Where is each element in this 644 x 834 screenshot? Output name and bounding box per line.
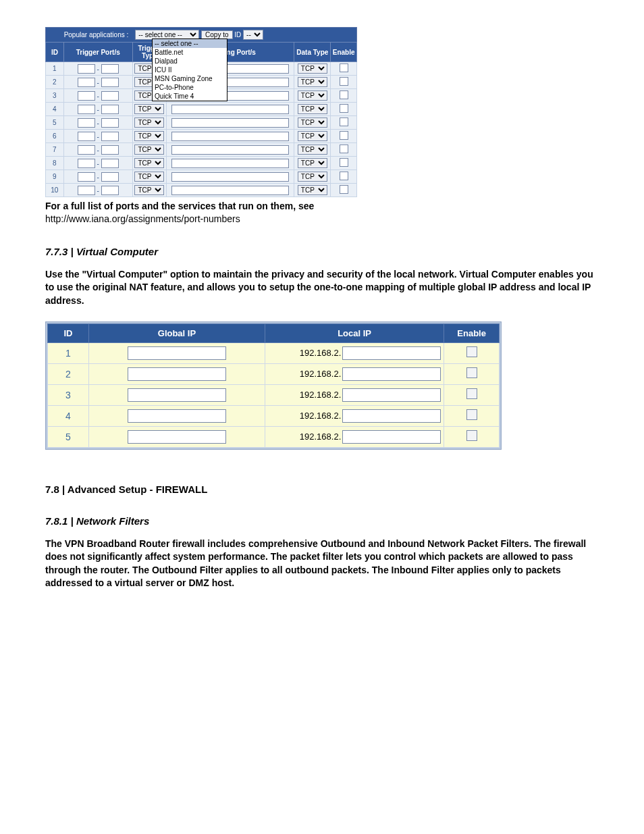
- trigger-port-from[interactable]: [78, 145, 95, 155]
- incoming-port-input[interactable]: [171, 159, 289, 168]
- local-ip-input[interactable]: [342, 388, 441, 402]
- data-type-select[interactable]: TCP: [298, 118, 327, 128]
- incoming-port-input[interactable]: [171, 172, 289, 182]
- trigger-port-from[interactable]: [78, 64, 95, 74]
- enable-checkbox[interactable]: [340, 145, 348, 153]
- copy-to-id-select[interactable]: --: [243, 30, 263, 40]
- incoming-port-cell: [167, 103, 294, 116]
- enable-checkbox[interactable]: [466, 409, 477, 420]
- dropdown-option[interactable]: MSN Gaming Zone: [153, 74, 227, 83]
- vc-local-cell: 192.168.2.: [265, 363, 444, 384]
- trigger-port-cell: -: [63, 89, 132, 103]
- incoming-port-input[interactable]: [171, 145, 289, 155]
- trigger-type-select[interactable]: TCP: [134, 104, 164, 114]
- table-row: 9 - TCPTCP: [46, 170, 357, 184]
- trigger-port-to[interactable]: [101, 186, 119, 195]
- incoming-port-input[interactable]: [171, 132, 289, 141]
- vc-row-id: 5: [48, 426, 89, 447]
- trigger-port-from[interactable]: [78, 91, 95, 101]
- popular-apps-dropdown-open[interactable]: -- select one -- Battle.net Dialpad ICU …: [152, 38, 227, 101]
- trigger-port-from[interactable]: [78, 118, 95, 128]
- global-ip-input[interactable]: [128, 367, 226, 381]
- col-trigger-port: Trigger Port/s: [63, 43, 132, 62]
- trigger-port-from[interactable]: [78, 159, 95, 168]
- trigger-type-select[interactable]: TCP: [134, 185, 164, 195]
- enable-checkbox[interactable]: [340, 63, 348, 72]
- incoming-port-cell: [167, 130, 294, 143]
- incoming-port-input[interactable]: [171, 105, 289, 114]
- local-ip-input[interactable]: [342, 430, 441, 444]
- enable-cell: [331, 143, 357, 157]
- enable-checkbox[interactable]: [340, 172, 348, 180]
- enable-checkbox[interactable]: [340, 131, 348, 140]
- trigger-port-from[interactable]: [78, 186, 95, 195]
- data-type-select[interactable]: TCP: [298, 131, 327, 141]
- enable-checkbox[interactable]: [466, 388, 477, 399]
- local-ip-input[interactable]: [342, 409, 441, 423]
- dropdown-option[interactable]: Battle.net: [153, 48, 227, 57]
- global-ip-input[interactable]: [128, 346, 226, 360]
- ports-note: For a full list of ports and the service…: [45, 200, 599, 226]
- table-row: 10 - TCPTCP: [46, 184, 357, 197]
- trigger-port-to[interactable]: [101, 159, 119, 168]
- enable-checkbox[interactable]: [340, 104, 348, 113]
- trigger-port-from[interactable]: [78, 105, 95, 114]
- data-type-select[interactable]: TCP: [298, 63, 327, 74]
- data-type-select[interactable]: TCP: [298, 172, 327, 182]
- data-type-select[interactable]: TCP: [298, 104, 327, 114]
- vc-local-cell: 192.168.2.: [265, 405, 444, 426]
- local-ip-input[interactable]: [342, 367, 441, 381]
- enable-checkbox[interactable]: [340, 118, 348, 126]
- trigger-port-to[interactable]: [101, 132, 119, 141]
- trigger-port-from[interactable]: [78, 132, 95, 141]
- enable-checkbox[interactable]: [340, 77, 348, 86]
- section-virtual-computer: 7.7.3 | Virtual Computer: [45, 246, 599, 257]
- table-row: 7 - TCPTCP: [46, 143, 357, 157]
- vc-global-cell: [89, 342, 265, 363]
- data-type-cell: TCP: [294, 76, 331, 89]
- data-type-select[interactable]: TCP: [298, 145, 327, 155]
- local-ip-prefix: 192.168.2.: [300, 369, 341, 379]
- enable-checkbox[interactable]: [340, 158, 348, 167]
- enable-checkbox[interactable]: [340, 185, 348, 194]
- popular-apps-label: Popular applications :: [46, 28, 133, 43]
- enable-checkbox[interactable]: [466, 346, 477, 357]
- enable-checkbox[interactable]: [466, 430, 477, 441]
- dropdown-option[interactable]: PC-to-Phone: [153, 83, 227, 92]
- trigger-port-to[interactable]: [101, 118, 119, 128]
- global-ip-input[interactable]: [128, 409, 226, 423]
- vc-enable-cell: [444, 384, 500, 405]
- local-ip-prefix: 192.168.2.: [300, 390, 341, 400]
- trigger-type-select[interactable]: TCP: [134, 118, 164, 128]
- local-ip-input[interactable]: [342, 346, 441, 360]
- trigger-type-select[interactable]: TCP: [134, 131, 164, 141]
- enable-checkbox[interactable]: [340, 90, 348, 99]
- trigger-type-select[interactable]: TCP: [134, 158, 164, 168]
- enable-checkbox[interactable]: [466, 367, 477, 378]
- incoming-port-input[interactable]: [171, 118, 289, 128]
- data-type-select[interactable]: TCP: [298, 185, 327, 195]
- trigger-port-to[interactable]: [101, 91, 119, 101]
- trigger-port-to[interactable]: [101, 172, 119, 182]
- dropdown-option[interactable]: Dialpad: [153, 57, 227, 66]
- trigger-port-to[interactable]: [101, 145, 119, 155]
- trigger-type-select[interactable]: TCP: [134, 145, 164, 155]
- dropdown-option[interactable]: Quick Time 4: [153, 92, 227, 101]
- trigger-port-from[interactable]: [78, 172, 95, 182]
- global-ip-input[interactable]: [128, 430, 226, 444]
- dropdown-option[interactable]: ICU II: [153, 66, 227, 74]
- incoming-port-input[interactable]: [171, 186, 289, 195]
- data-type-select[interactable]: TCP: [298, 158, 327, 168]
- trigger-type-select[interactable]: TCP: [134, 172, 164, 182]
- global-ip-input[interactable]: [128, 388, 226, 402]
- trigger-port-to[interactable]: [101, 105, 119, 114]
- trigger-port-from[interactable]: [78, 78, 95, 87]
- data-type-select[interactable]: TCP: [298, 77, 327, 87]
- trigger-port-to[interactable]: [101, 78, 119, 87]
- trigger-port-cell: -: [63, 62, 132, 76]
- trigger-port-to[interactable]: [101, 64, 119, 74]
- dropdown-option[interactable]: -- select one --: [153, 39, 227, 48]
- data-type-cell: TCP: [294, 157, 331, 170]
- trigger-type-cell: TCP: [132, 170, 166, 184]
- data-type-select[interactable]: TCP: [298, 90, 327, 101]
